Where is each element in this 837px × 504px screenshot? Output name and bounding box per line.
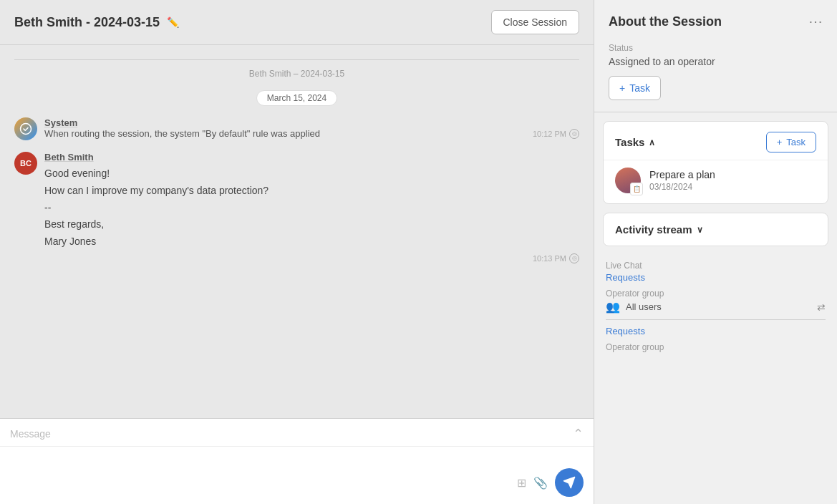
session-divider: Beth Smith – 2024-03-15 [14, 59, 579, 79]
requests-link-1[interactable]: Requests [606, 272, 826, 283]
status-label: Status [609, 43, 823, 53]
users-icon: 👥 [606, 300, 620, 314]
operator-group-label-2: Operator group [606, 342, 826, 352]
divider [594, 112, 837, 112]
chat-input-header: Message ⌃ [0, 419, 594, 447]
sidebar-header: About the Session ⋯ [594, 0, 837, 40]
tasks-card: Tasks ∧ + Task Prepare a plan 03/18/2024 [603, 121, 828, 204]
tasks-header: Tasks ∧ + Task [604, 122, 828, 160]
send-button[interactable] [555, 468, 584, 497]
chat-panel: Beth Smith - 2024-03-15 ✏️ Close Session… [0, 0, 594, 504]
bottom-separator [606, 319, 826, 320]
chat-messages-area: Beth Smith – 2024-03-15 March 15, 2024 S… [0, 45, 594, 418]
chat-title-text: Beth Smith - 2024-03-15 [14, 15, 160, 30]
bottom-section: Live Chat Requests Operator group 👥 All … [594, 255, 837, 364]
message-input-placeholder[interactable]: Message [10, 428, 573, 440]
user-message-time: 10:13 PM ◎ [533, 253, 579, 263]
task-date: 03/18/2024 [649, 182, 816, 192]
system-message-time: 10:12 PM ◎ [533, 129, 579, 139]
date-divider: March 15, 2024 [14, 90, 579, 106]
add-task-label: Task [629, 82, 650, 94]
user-message-footer: 10:13 PM ◎ [44, 253, 579, 263]
requests-item-2: Requests [606, 326, 826, 336]
close-session-button[interactable]: Close Session [491, 10, 580, 34]
sidebar-panel: About the Session ⋯ Status Assigned to a… [594, 0, 837, 504]
user-avatar: BC [14, 152, 37, 175]
user-message-row: BC Beth Smith Good evening! How can I im… [14, 152, 579, 263]
add-task-button[interactable]: + Task [609, 76, 661, 100]
date-badge: March 15, 2024 [256, 90, 337, 106]
input-actions: ⊞ 📎 [517, 468, 584, 497]
activity-header: Activity stream ∨ [604, 213, 828, 246]
chevron-up-icon[interactable]: ⌃ [573, 426, 584, 442]
all-users-value: 👥 All users [606, 300, 662, 314]
activity-card: Activity stream ∨ [603, 213, 828, 246]
chat-input-area: Message ⌃ ⊞ 📎 [0, 418, 594, 504]
chat-input-body[interactable]: ⊞ 📎 [0, 447, 594, 504]
activity-chevron-down-icon[interactable]: ∨ [697, 225, 703, 235]
system-body: When routing the session, the system "By… [44, 128, 579, 139]
sidebar-title: About the Session [609, 14, 722, 29]
requests-link-2[interactable]: Requests [606, 326, 826, 336]
svg-point-0 [21, 124, 32, 135]
live-chat-label: Live Chat [606, 261, 826, 271]
operator-group-label-1: Operator group [606, 289, 826, 299]
tasks-add-label: Task [786, 137, 805, 147]
task-info: Prepare a plan 03/18/2024 [649, 169, 816, 192]
system-message-text: When routing the session, the system "By… [44, 128, 320, 139]
paperclip-icon[interactable]: 📎 [533, 476, 548, 490]
add-task-plus: + [619, 82, 625, 94]
delivered-icon: ◎ [569, 129, 579, 139]
chat-title-group: Beth Smith - 2024-03-15 ✏️ [14, 15, 179, 30]
live-chat-item: Live Chat Requests [606, 261, 826, 283]
system-sender-name: System [44, 117, 579, 128]
activity-title: Activity stream ∨ [615, 223, 703, 236]
grid-icon[interactable]: ⊞ [517, 476, 526, 490]
status-section: Status Assigned to an operator + Task [594, 40, 837, 112]
status-value: Assigned to an operator [609, 56, 823, 67]
user-message-content: Beth Smith Good evening! How can I impro… [44, 152, 579, 263]
operator-group-item: Operator group 👥 All users ⇄ [606, 289, 826, 314]
operator-group-item-2: Operator group [606, 342, 826, 352]
tasks-add-button[interactable]: + Task [766, 132, 816, 152]
chat-header: Beth Smith - 2024-03-15 ✏️ Close Session [0, 0, 594, 45]
session-divider-text: Beth Smith – 2024-03-15 [242, 67, 352, 80]
main-layout: Beth Smith - 2024-03-15 ✏️ Close Session… [0, 0, 837, 504]
system-avatar [14, 117, 37, 140]
task-item: Prepare a plan 03/18/2024 [604, 160, 828, 203]
user-sender-name: Beth Smith [44, 152, 579, 163]
task-person-avatar [615, 168, 641, 193]
system-message: System When routing the session, the sys… [14, 117, 579, 140]
tasks-add-plus: + [777, 137, 783, 147]
user-delivered-icon: ◎ [569, 253, 579, 263]
tasks-title: Tasks ∧ [615, 136, 655, 148]
user-message-text: Good evening! How can I improve my compa… [44, 165, 579, 251]
task-name: Prepare a plan [649, 169, 816, 180]
all-users-row: 👥 All users ⇄ [606, 300, 826, 314]
tasks-chevron-up-icon[interactable]: ∧ [649, 137, 655, 147]
more-options-icon[interactable]: ⋯ [808, 13, 823, 30]
transfer-icon[interactable]: ⇄ [817, 301, 826, 313]
task-avatar-container [615, 168, 641, 193]
edit-icon[interactable]: ✏️ [167, 16, 179, 28]
system-text-block: System When routing the session, the sys… [44, 117, 579, 139]
